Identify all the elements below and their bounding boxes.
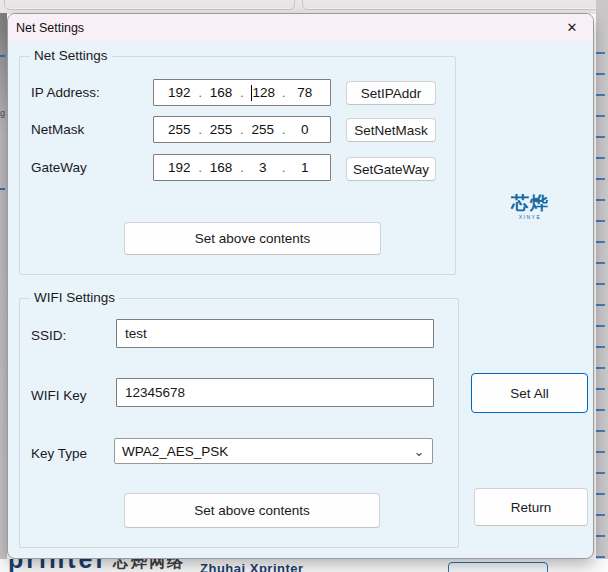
background-window-top-strip xyxy=(0,0,608,14)
set-ip-addr-button[interactable]: SetIPAddr xyxy=(346,81,436,105)
close-button[interactable]: ✕ xyxy=(551,14,593,41)
key-type-label: Key Type xyxy=(31,446,87,461)
ip-address-label: IP Address: xyxy=(31,85,100,100)
netmask-label: NetMask xyxy=(31,122,84,137)
return-button[interactable]: Return xyxy=(474,488,588,526)
background-window-left-strip: g xyxy=(0,13,7,559)
ip-octet[interactable]: 0 xyxy=(292,122,318,137)
xprinter-cn-logo-fragment: 芯烨网络 xyxy=(113,559,185,572)
ip-dot-separator: . xyxy=(240,86,243,100)
watermark-cn-text: 芯烨 xyxy=(504,194,556,214)
ip-octet[interactable]: 192 xyxy=(166,85,192,100)
background-button-edges xyxy=(596,52,605,566)
ip-octet[interactable]: 128 xyxy=(250,85,276,101)
ip-octet[interactable]: 168 xyxy=(208,160,234,175)
gateway-label: GateWay xyxy=(31,160,87,175)
background-text-fragment: g xyxy=(0,108,5,118)
xprinter-logo-fragment: printer xyxy=(8,559,108,572)
ip-dot-separator: . xyxy=(198,86,201,100)
ip-dot-separator: . xyxy=(282,123,285,137)
set-gateway-button[interactable]: SetGateWay xyxy=(346,157,436,181)
background-panel-fragment xyxy=(4,0,295,10)
company-name-fragment: Zhuhai Xprinter xyxy=(200,561,304,572)
ip-dot-separator: . xyxy=(282,161,285,175)
background-line-fragment xyxy=(0,188,5,190)
titlebar[interactable]: Net Settings ✕ xyxy=(8,14,593,41)
ip-octet[interactable]: 78 xyxy=(292,85,318,100)
xinye-watermark-logo: 芯烨 XINYE xyxy=(504,194,556,220)
ip-octet[interactable]: 192 xyxy=(166,160,192,175)
net-settings-group-label: Net Settings xyxy=(30,48,112,63)
chevron-down-icon: ⌄ xyxy=(406,444,432,459)
close-icon: ✕ xyxy=(567,20,578,35)
wifi-key-input[interactable] xyxy=(116,378,434,407)
net-settings-dialog: Net Settings ✕ Net Settings IP Address: … xyxy=(7,13,594,559)
ssid-label: SSID: xyxy=(31,328,66,343)
netmask-input[interactable]: 255 . 255 . 255 . 0 xyxy=(153,116,331,143)
background-window-right-strip xyxy=(596,0,608,572)
ip-dot-separator: . xyxy=(198,123,201,137)
text-caret xyxy=(251,85,252,101)
ip-dot-separator: . xyxy=(240,161,243,175)
key-type-dropdown[interactable]: WPA2_AES_PSK ⌄ xyxy=(114,438,433,464)
ssid-input[interactable] xyxy=(116,319,434,348)
background-window-bottom-strip: printer 芯烨网络 Zhuhai Xprinter xyxy=(0,559,608,572)
ip-address-input[interactable]: 192 . 168 . 128 . 78 xyxy=(153,79,331,106)
net-set-above-contents-button[interactable]: Set above contents xyxy=(124,222,381,255)
ip-octet[interactable]: 255 xyxy=(208,122,234,137)
ip-octet[interactable]: 3 xyxy=(250,160,276,175)
ip-octet[interactable]: 255 xyxy=(166,122,192,137)
set-netmask-button[interactable]: SetNetMask xyxy=(346,118,436,142)
ip-dot-separator: . xyxy=(198,161,201,175)
ip-octet[interactable]: 168 xyxy=(208,85,234,100)
ip-dot-separator: . xyxy=(240,123,243,137)
background-button-fragment xyxy=(448,562,548,572)
ip-octet[interactable]: 1 xyxy=(292,160,318,175)
watermark-sub-text: XINYE xyxy=(504,214,556,220)
wifi-set-above-contents-button[interactable]: Set above contents xyxy=(124,493,380,528)
ip-dot-separator: . xyxy=(282,86,285,100)
gateway-input[interactable]: 192 . 168 . 3 . 1 xyxy=(153,154,331,181)
background-line-fragment xyxy=(0,55,5,57)
key-type-selected-value: WPA2_AES_PSK xyxy=(115,444,406,459)
set-all-button[interactable]: Set All xyxy=(471,373,588,413)
background-panel-fragment xyxy=(302,0,608,10)
window-title: Net Settings xyxy=(8,21,84,35)
ip-octet[interactable]: 255 xyxy=(250,122,276,137)
wifi-key-label: WIFI Key xyxy=(31,388,87,403)
wifi-settings-group-label: WIFI Settings xyxy=(30,290,119,305)
